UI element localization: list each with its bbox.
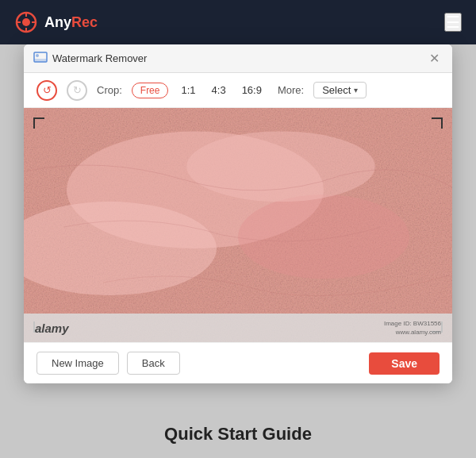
modal-footer: New Image Back Save [24, 342, 452, 383]
quick-start-title: Quick Start Guide [164, 424, 312, 445]
logo-icon [14, 10, 38, 34]
modal-title-text: Watermark Remover [52, 52, 147, 64]
svg-point-14 [186, 132, 375, 202]
select-label: Select [322, 84, 351, 96]
svg-point-12 [238, 194, 409, 279]
crop-free-button[interactable]: Free [132, 83, 169, 98]
undo-button[interactable]: ↺ [36, 80, 57, 101]
watermark-strip: alamy Image ID: BW31556 www.alamy.com [24, 314, 452, 342]
background-area: Watermark Remover ✕ ↺ ↻ Crop: Free 1:1 4… [0, 44, 476, 458]
select-chevron-icon: ▾ [354, 86, 358, 94]
crop-ratio-16-9-button[interactable]: 16:9 [239, 83, 265, 98]
svg-point-1 [22, 18, 30, 26]
image-canvas [24, 108, 452, 342]
more-label: More: [278, 84, 304, 96]
modal-title-icon [33, 52, 48, 66]
modal-close-button[interactable]: ✕ [425, 50, 443, 67]
redo-button[interactable]: ↻ [67, 80, 87, 101]
save-button[interactable]: Save [369, 352, 440, 375]
logo: AnyRec [14, 10, 98, 34]
modal-title-left: Watermark Remover [33, 52, 147, 66]
svg-rect-7 [34, 59, 47, 62]
menu-button[interactable]: ☰ [444, 13, 462, 32]
image-crop-area[interactable]: alamy Image ID: BW31556 www.alamy.com [24, 108, 452, 342]
watermark-brand: alamy [35, 321, 69, 335]
back-button[interactable]: Back [127, 352, 180, 375]
crop-ratio-1-1-button[interactable]: 1:1 [178, 83, 198, 98]
footer-left-buttons: New Image Back [36, 352, 180, 375]
modal-titlebar: Watermark Remover ✕ [24, 44, 452, 73]
logo-text: AnyRec [44, 14, 98, 31]
new-image-button[interactable]: New Image [36, 352, 119, 375]
watermark-url: Image ID: BW31556 www.alamy.com [384, 319, 441, 337]
crop-label: Crop: [97, 84, 122, 96]
modal-toolbar: ↺ ↻ Crop: Free 1:1 4:3 16:9 More: Select… [24, 73, 452, 108]
select-dropdown-button[interactable]: Select ▾ [313, 82, 367, 98]
watermark-remover-modal: Watermark Remover ✕ ↺ ↻ Crop: Free 1:1 4… [24, 44, 452, 383]
watermark-url-line1: Image ID: BW31556 [384, 319, 441, 328]
quick-start-section: Quick Start Guide [0, 410, 476, 458]
watermark-url-line2: www.alamy.com [384, 328, 441, 337]
nav-bar: AnyRec ☰ [0, 0, 476, 44]
svg-point-8 [36, 54, 39, 57]
crop-ratio-4-3-button[interactable]: 4:3 [209, 83, 229, 98]
